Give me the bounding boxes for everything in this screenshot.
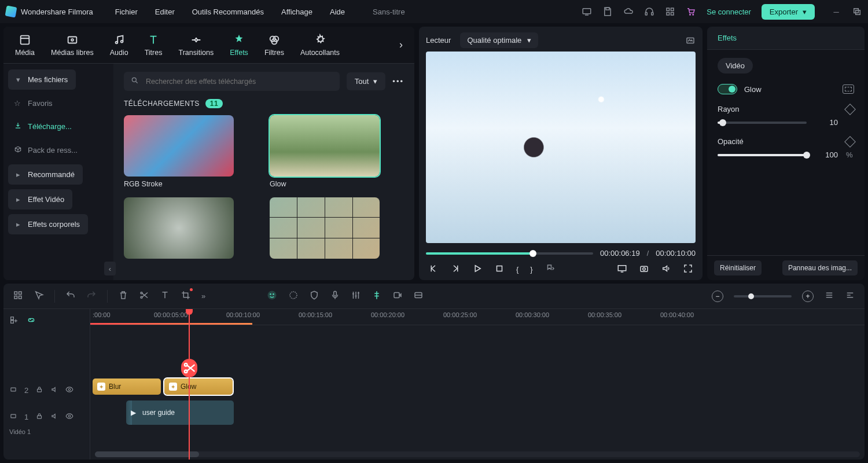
param-value[interactable]: 10: [815, 118, 838, 127]
fx-track[interactable]: ✦ Blur ✦ Glow: [90, 379, 865, 395]
login-button[interactable]: Se connecter: [707, 8, 751, 16]
search-input[interactable]: [124, 72, 340, 91]
search-field[interactable]: [145, 77, 333, 86]
shield-icon[interactable]: [309, 290, 319, 302]
layout-icon[interactable]: [13, 290, 23, 302]
volume-icon[interactable]: [661, 263, 671, 275]
track-list-icon[interactable]: [824, 290, 834, 302]
marker-icon[interactable]: [372, 290, 382, 302]
filter-dropdown[interactable]: Tout▾: [347, 72, 386, 90]
effect-card-glow[interactable]: Glow: [270, 115, 404, 188]
compare-icon[interactable]: [843, 84, 854, 94]
prev-frame-icon[interactable]: [428, 263, 439, 275]
mute-icon[interactable]: [50, 385, 58, 395]
tab-stock-media[interactable]: Médias libres: [51, 34, 94, 57]
tab-filters[interactable]: Filtres: [264, 34, 284, 57]
marker-dropdown-icon[interactable]: [545, 263, 556, 275]
ai-icon[interactable]: [266, 289, 278, 303]
zoom-in-icon[interactable]: +: [802, 291, 814, 302]
lock-icon[interactable]: [35, 412, 43, 422]
mic-icon[interactable]: [330, 290, 340, 302]
speed-icon[interactable]: [288, 290, 299, 302]
tab-media[interactable]: Média: [15, 34, 35, 57]
next-frame-icon[interactable]: [450, 263, 461, 275]
eye-icon[interactable]: [65, 412, 73, 422]
tab-audio[interactable]: Audio: [110, 34, 128, 57]
snapshot-icon[interactable]: [685, 35, 696, 46]
play-icon[interactable]: [472, 263, 483, 275]
minimize-icon[interactable]: ─: [831, 6, 841, 17]
menu-file[interactable]: Fichier: [115, 8, 138, 16]
clip-blur[interactable]: ✦ Blur: [93, 379, 161, 395]
sidebar-item-favorites[interactable]: ☆Favoris: [3, 92, 113, 115]
stop-icon[interactable]: [494, 263, 505, 275]
link-icon[interactable]: [27, 315, 36, 326]
camera-icon[interactable]: [639, 263, 649, 275]
sidebar-item-packs[interactable]: Pack de ress...: [3, 138, 113, 162]
playhead[interactable]: [189, 309, 190, 460]
tab-stickers[interactable]: Autocollants: [300, 34, 340, 57]
headset-icon[interactable]: [644, 6, 654, 17]
menu-help[interactable]: Aide: [330, 8, 345, 16]
timeline-ruler[interactable]: :00:00 00:00:05:00 00:00:10:00 00:00:15:…: [90, 309, 865, 325]
export-button[interactable]: Exporter ▾: [762, 4, 815, 20]
split-icon[interactable]: [139, 290, 149, 302]
param-value[interactable]: 100: [815, 150, 838, 159]
mute-icon[interactable]: [50, 412, 58, 422]
undo-icon[interactable]: [65, 290, 76, 302]
apps-icon[interactable]: [665, 6, 675, 17]
sidebar-item-downloads[interactable]: Télécharge...: [3, 115, 113, 138]
tab-effects[interactable]: Effets: [230, 34, 248, 57]
sidebar-item-my-files[interactable]: ▾Mes fichiers: [8, 69, 76, 90]
delete-icon[interactable]: [118, 290, 128, 302]
clip-glow[interactable]: ✦ Glow: [164, 379, 233, 395]
lock-icon[interactable]: [35, 385, 43, 395]
track-options-icon[interactable]: [845, 290, 855, 302]
keyframe-icon[interactable]: [844, 104, 856, 115]
keyframe-icon[interactable]: [844, 136, 856, 148]
properties-tab-effects[interactable]: Effets: [707, 27, 865, 50]
tabs-more-icon[interactable]: ›: [399, 39, 403, 51]
effect-card-tv[interactable]: [270, 197, 404, 262]
mixer-icon[interactable]: [351, 290, 361, 302]
display-icon[interactable]: [617, 263, 627, 275]
cloud-icon[interactable]: [623, 6, 634, 17]
track-icon[interactable]: [413, 290, 424, 302]
more-options-icon[interactable]: •••: [392, 77, 404, 86]
more-tools-icon[interactable]: »: [201, 292, 205, 300]
scrub-slider[interactable]: [426, 252, 593, 255]
cut-tool-icon[interactable]: [181, 359, 197, 377]
sidebar-item-recommended[interactable]: ▸Recommandé: [8, 164, 83, 185]
quality-dropdown[interactable]: Qualité optimale▾: [460, 32, 538, 48]
text-tool-icon[interactable]: [160, 290, 170, 302]
eye-icon[interactable]: [65, 385, 73, 395]
properties-chip-video[interactable]: Vidéo: [718, 58, 753, 74]
redo-icon[interactable]: [86, 290, 97, 302]
param-slider-rayon[interactable]: [718, 122, 807, 124]
crop-icon[interactable]: [181, 290, 191, 302]
sidebar-item-body-effects[interactable]: ▸Effets corporels: [8, 214, 88, 234]
menu-edit[interactable]: Editer: [155, 8, 175, 16]
menu-view[interactable]: Affichage: [281, 8, 312, 16]
tab-titles[interactable]: Titres: [145, 34, 163, 57]
menu-tools[interactable]: Outils Recommandés: [192, 8, 264, 16]
clip-video[interactable]: ▶ user guide: [126, 400, 234, 425]
save-icon[interactable]: [602, 6, 613, 17]
image-panel-button[interactable]: Panneau des imag...: [782, 260, 858, 275]
zoom-slider[interactable]: [734, 295, 792, 297]
record-icon[interactable]: [392, 290, 403, 302]
mark-in-icon[interactable]: {: [516, 265, 518, 274]
cursor-icon[interactable]: [34, 290, 44, 302]
device-icon[interactable]: [582, 6, 592, 17]
effect-card-rgb-stroke[interactable]: RGB Stroke: [124, 115, 258, 188]
fullscreen-icon[interactable]: [683, 263, 693, 275]
maximize-icon[interactable]: [852, 6, 862, 17]
effect-card-blur[interactable]: [124, 197, 258, 262]
cart-icon[interactable]: [686, 6, 696, 17]
video-track[interactable]: ▶ user guide: [90, 400, 865, 425]
effect-enable-toggle[interactable]: [718, 84, 737, 94]
zoom-out-icon[interactable]: −: [712, 291, 723, 302]
sidebar-item-video-effect[interactable]: ▸Effet Vidéo: [8, 189, 72, 210]
add-track-icon[interactable]: [9, 315, 19, 326]
reset-button[interactable]: Réinitialiser: [714, 260, 762, 275]
